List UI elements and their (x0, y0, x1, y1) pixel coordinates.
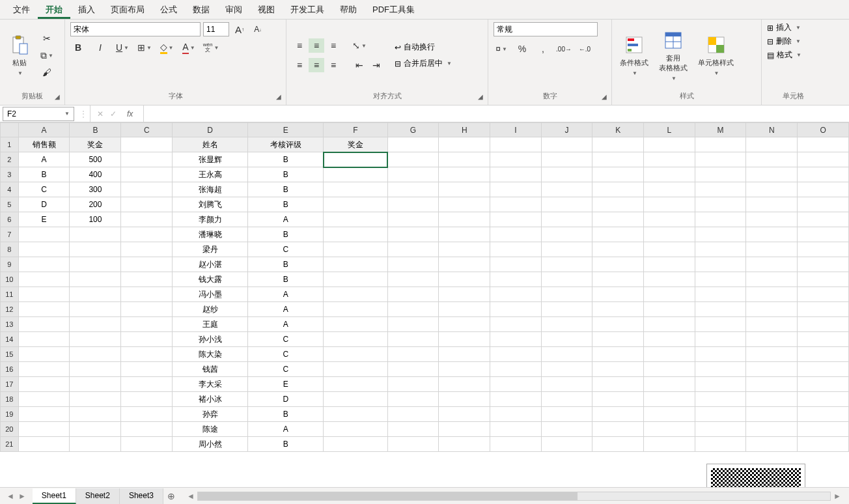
cell-K12[interactable] (592, 302, 644, 317)
cell-styles-button[interactable]: 单元格样式▼ (695, 32, 736, 79)
cell-F15[interactable] (324, 347, 387, 362)
cell-K15[interactable] (592, 347, 644, 362)
row-header-19[interactable]: 19 (1, 407, 19, 422)
cell-H2[interactable] (439, 152, 490, 167)
cell-E4[interactable]: B (248, 182, 324, 197)
cell-K11[interactable] (592, 287, 644, 302)
fill-color-button[interactable]: ◇▼ (159, 40, 174, 55)
align-middle-button[interactable]: ≡ (309, 38, 324, 53)
row-header-7[interactable]: 7 (1, 227, 19, 242)
font-size-select[interactable] (203, 22, 229, 36)
cell-J1[interactable] (541, 137, 592, 152)
cell-N11[interactable] (746, 287, 798, 302)
cell-M16[interactable] (695, 362, 746, 377)
col-header-O[interactable]: O (798, 123, 849, 137)
cell-H8[interactable] (439, 242, 490, 257)
col-header-J[interactable]: J (541, 123, 592, 137)
cell-H13[interactable] (439, 317, 490, 332)
cell-K4[interactable] (592, 182, 644, 197)
cell-J14[interactable] (541, 332, 592, 347)
cell-I5[interactable] (490, 197, 542, 212)
cell-C11[interactable] (121, 287, 173, 302)
cell-G6[interactable] (387, 212, 439, 227)
comma-button[interactable]: , (535, 42, 551, 56)
cell-B20[interactable] (70, 422, 121, 437)
menu-tab-帮助[interactable]: 帮助 (332, 0, 365, 19)
cell-A1[interactable]: 销售额 (18, 137, 70, 152)
cell-M10[interactable] (695, 272, 746, 287)
cell-J17[interactable] (541, 377, 592, 392)
cell-B12[interactable] (70, 302, 121, 317)
cell-C14[interactable] (121, 332, 173, 347)
select-all-corner[interactable] (1, 123, 19, 137)
cell-O2[interactable] (798, 152, 849, 167)
row-header-5[interactable]: 5 (1, 197, 19, 212)
cell-C5[interactable] (121, 197, 173, 212)
cell-A8[interactable] (18, 242, 70, 257)
cell-D14[interactable]: 孙小浅 (173, 332, 248, 347)
cell-K13[interactable] (592, 317, 644, 332)
col-header-C[interactable]: C (121, 123, 173, 137)
cell-A20[interactable] (18, 422, 70, 437)
number-format-select[interactable] (494, 22, 598, 36)
cell-D12[interactable]: 赵纱 (173, 302, 248, 317)
row-header-4[interactable]: 4 (1, 182, 19, 197)
menu-tab-审阅[interactable]: 审阅 (217, 0, 250, 19)
cell-H16[interactable] (439, 362, 490, 377)
cell-K1[interactable] (592, 137, 644, 152)
cell-D19[interactable]: 孙弈 (173, 407, 248, 422)
cell-J6[interactable] (541, 212, 592, 227)
cell-A14[interactable] (18, 332, 70, 347)
cell-L3[interactable] (644, 167, 695, 182)
align-center-button[interactable]: ≡ (309, 58, 324, 72)
cell-K14[interactable] (592, 332, 644, 347)
cell-F12[interactable] (324, 302, 387, 317)
cell-L2[interactable] (644, 152, 695, 167)
cell-D1[interactable]: 姓名 (173, 137, 248, 152)
cell-G13[interactable] (387, 317, 439, 332)
font-name-select[interactable] (70, 22, 201, 36)
cell-I4[interactable] (490, 182, 542, 197)
cell-B11[interactable] (70, 287, 121, 302)
cell-M8[interactable] (695, 242, 746, 257)
cell-I6[interactable] (490, 212, 542, 227)
row-header-10[interactable]: 10 (1, 272, 19, 287)
cell-L19[interactable] (644, 407, 695, 422)
cell-E11[interactable]: A (248, 287, 324, 302)
phonetic-button[interactable]: wén文▼ (203, 40, 219, 55)
cell-F11[interactable] (324, 287, 387, 302)
cell-F18[interactable] (324, 392, 387, 407)
cell-D11[interactable]: 冯小墨 (173, 287, 248, 302)
cell-N20[interactable] (746, 422, 798, 437)
cell-H9[interactable] (439, 257, 490, 272)
cell-J10[interactable] (541, 272, 592, 287)
cell-F21[interactable] (324, 437, 387, 452)
row-header-20[interactable]: 20 (1, 422, 19, 437)
cell-D3[interactable]: 王永高 (173, 167, 248, 182)
cell-O21[interactable] (798, 437, 849, 452)
cell-M11[interactable] (695, 287, 746, 302)
add-sheet-button[interactable]: ⊕ (163, 491, 179, 501)
cell-A15[interactable] (18, 347, 70, 362)
cell-M9[interactable] (695, 257, 746, 272)
cell-K21[interactable] (592, 437, 644, 452)
cell-H19[interactable] (439, 407, 490, 422)
cell-C4[interactable] (121, 182, 173, 197)
cell-O17[interactable] (798, 377, 849, 392)
cell-O13[interactable] (798, 317, 849, 332)
percent-button[interactable]: % (514, 42, 530, 56)
align-right-button[interactable]: ≡ (326, 58, 341, 72)
cell-A9[interactable] (18, 257, 70, 272)
cell-G20[interactable] (387, 422, 439, 437)
cell-D10[interactable]: 钱大露 (173, 272, 248, 287)
cell-F6[interactable] (324, 212, 387, 227)
underline-button[interactable]: U▼ (115, 40, 130, 55)
cell-E6[interactable]: A (248, 212, 324, 227)
cell-I10[interactable] (490, 272, 542, 287)
sheet-tab-Sheet3[interactable]: Sheet3 (120, 488, 163, 504)
cell-A10[interactable] (18, 272, 70, 287)
cell-I17[interactable] (490, 377, 542, 392)
cell-J16[interactable] (541, 362, 592, 377)
cell-N10[interactable] (746, 272, 798, 287)
cell-C10[interactable] (121, 272, 173, 287)
